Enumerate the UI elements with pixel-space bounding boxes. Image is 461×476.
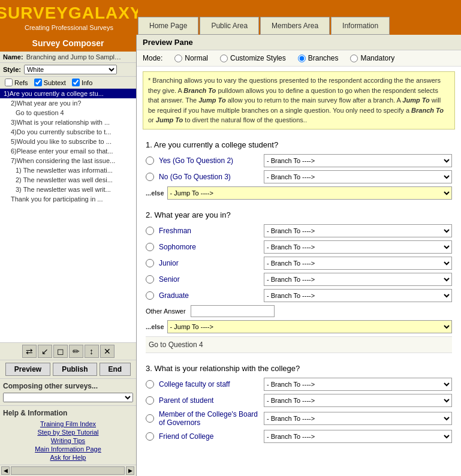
branch-select[interactable]: - Branch To ----> — [264, 240, 452, 254]
style-label: Style: — [3, 66, 21, 73]
mode-customize-label: Customize Styles — [230, 54, 286, 62]
else-row: ...else - Jump To ----> — [146, 186, 452, 200]
refs-label: Refs — [14, 79, 28, 86]
radio-btn — [146, 380, 154, 388]
mode-branches-radio[interactable] — [298, 55, 306, 62]
list-item[interactable]: Go to question 4 — [0, 108, 136, 118]
help-link-main[interactable]: Main Information Page — [3, 445, 133, 453]
goto-text: Go to Question 4 — [146, 336, 452, 353]
list-item[interactable]: 6)Please enter your email so that... — [0, 146, 136, 156]
help-link-training[interactable]: Training Film Index — [3, 420, 133, 428]
radio-btn — [146, 259, 154, 267]
radio-btn — [146, 414, 154, 423]
radio-btn — [146, 243, 154, 251]
list-item[interactable]: 3)What is your relationship with ... — [0, 118, 136, 127]
branch-select[interactable]: - Branch To ----> — [264, 412, 452, 425]
list-item[interactable]: 1)Are you currently a college stu... — [0, 89, 136, 98]
sidebar-scrollbar[interactable] — [11, 466, 125, 475]
help-section: Help & Information Training Film Index S… — [0, 406, 136, 465]
help-link-writing[interactable]: Writing Tips — [3, 436, 133, 445]
scroll-left-arrow[interactable]: ◀ — [1, 466, 10, 475]
branch-btn[interactable]: ↙ — [38, 345, 52, 358]
branch-select[interactable]: - Branch To ----> — [264, 170, 452, 183]
list-item[interactable]: 3) The newsletter was well writ... — [0, 185, 136, 194]
answer-label: Parent of student — [159, 396, 264, 405]
list-item[interactable]: Thank you for participating in ... — [0, 194, 136, 204]
jump-select[interactable]: - Jump To ----> — [167, 186, 452, 200]
branch-select[interactable]: - Branch To ----> — [264, 273, 452, 286]
nav-info[interactable]: Information — [331, 17, 390, 35]
list-item[interactable]: 7)When considering the last issue... — [0, 156, 136, 165]
scroll-right-arrow[interactable]: ▶ — [126, 466, 134, 475]
mode-mandatory-radio[interactable] — [350, 55, 358, 62]
mode-bar: Mode: Normal Customize Styles Branches M… — [137, 50, 461, 67]
publish-button[interactable]: Publish — [53, 363, 97, 376]
mode-normal-radio[interactable] — [174, 55, 182, 62]
style-select[interactable]: White Blue Green Red — [24, 65, 117, 74]
composing-title[interactable]: Composing other surveys... — [3, 382, 133, 390]
other-answer-label: Other Answer — [146, 308, 186, 315]
radio-btn — [146, 173, 154, 181]
edit-btn[interactable]: ✏ — [69, 345, 83, 358]
toolbar-row: ⇄ ↙ ◻ ✏ ↕ ✕ — [0, 343, 136, 360]
list-item[interactable]: 2)What year are you in? — [0, 98, 136, 108]
branch-select[interactable]: - Branch To ----> — [264, 430, 452, 443]
subtext-checkbox[interactable] — [34, 79, 42, 86]
nav-members[interactable]: Members Area — [260, 17, 330, 35]
answer-row: Friend of College - Branch To ----> — [146, 430, 452, 443]
mode-branches-label: Branches — [308, 54, 339, 62]
mode-mandatory[interactable]: Mandatory — [350, 54, 394, 62]
answer-row: No (Go To Question 3) - Branch To ----> — [146, 170, 452, 183]
end-button[interactable]: End — [100, 363, 131, 376]
answer-label: Yes (Go To Question 2) — [159, 156, 264, 165]
branch-select[interactable]: - Branch To ----> — [264, 289, 452, 302]
answer-row: Junior - Branch To ----> — [146, 257, 452, 270]
help-link-tutorial[interactable]: Step by Step Tutorial — [3, 428, 133, 436]
branch-select[interactable]: - Branch To ----> — [264, 394, 452, 407]
mode-label: Mode: — [143, 54, 162, 62]
jump-select[interactable]: - Jump To ----> — [167, 320, 452, 333]
preview-title: Preview Pane — [137, 35, 461, 50]
answer-label: Junior — [159, 259, 264, 267]
answer-label: Graduate — [159, 291, 264, 300]
branch-select[interactable]: - Branch To ----> — [264, 257, 452, 270]
other-answer-input[interactable] — [191, 305, 275, 317]
help-link-ask[interactable]: Ask for Help — [3, 453, 133, 462]
add-btn[interactable]: ◻ — [53, 345, 68, 358]
logo-accent: GALAXY — [68, 4, 142, 22]
move-question-btn[interactable]: ⇄ — [22, 345, 37, 358]
list-item[interactable]: 2) The newsletter was well desi... — [0, 175, 136, 185]
refs-checkbox[interactable] — [5, 79, 13, 86]
nav-bar: Home Page Public Area Members Area Infor… — [138, 0, 461, 35]
checkbox-row: Refs Subtext Info — [0, 77, 136, 89]
mode-branches[interactable]: Branches — [298, 54, 339, 62]
composing-select[interactable] — [3, 393, 133, 402]
preview-button[interactable]: Preview — [5, 363, 50, 376]
branch-select[interactable]: - Branch To ----> — [264, 378, 452, 391]
preview-pane: Preview Pane Mode: Normal Customize Styl… — [137, 35, 461, 476]
branch-select[interactable]: - Branch To ----> — [264, 224, 452, 237]
info-checkbox-item: Info — [72, 79, 92, 86]
mode-customize-radio[interactable] — [220, 55, 228, 62]
answer-row: Member of the College's Board of Governo… — [146, 410, 452, 427]
list-item[interactable]: 4)Do you currently subscribe to t... — [0, 127, 136, 137]
delete-btn[interactable]: ✕ — [100, 345, 115, 358]
branch-select[interactable]: - Branch To ----> — [264, 154, 452, 167]
list-item[interactable]: 5)Would you like to subscribe to ... — [0, 137, 136, 146]
nav-home[interactable]: Home Page — [138, 17, 198, 35]
reorder-btn[interactable]: ↕ — [85, 345, 99, 358]
list-item[interactable]: 1) The newsletter was informati... — [0, 165, 136, 175]
nav-public[interactable]: Public Area — [200, 17, 259, 35]
answer-row: Yes (Go To Question 2) - Branch To ----> — [146, 154, 452, 167]
sidebar-title: Survey Composer — [0, 35, 136, 52]
else-row: ...else - Jump To ----> — [146, 320, 452, 333]
mode-customize[interactable]: Customize Styles — [220, 54, 286, 62]
subtext-label: Subtext — [44, 79, 66, 86]
answer-row: Freshman - Branch To ----> — [146, 224, 452, 237]
answer-label: No (Go To Question 3) — [159, 173, 264, 181]
style-row: Style: White Blue Green Red — [0, 63, 136, 77]
survey-name: Branching and Jump to Sample Su... — [26, 53, 122, 61]
mode-normal[interactable]: Normal — [174, 54, 208, 62]
info-checkbox[interactable] — [72, 79, 80, 86]
radio-btn — [146, 156, 154, 165]
